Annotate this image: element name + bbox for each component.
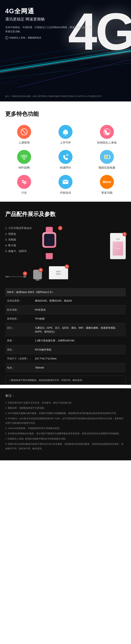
waterproof-value: IPX8 防水 [33, 305, 126, 314]
feature-label-2: 上学守护 [60, 141, 71, 145]
note-item-2: 2. 重量说明：地图数据来源于百度地图。 [5, 406, 126, 410]
notes-list: 1. 页面所展示的产品图片仅为示意，仅供参考，请以产品实物为准。 2. 重量说明… [5, 400, 126, 451]
more-label: More [103, 180, 111, 184]
carrier-value: 移动2G/4G、联通3G/4G、电信4G [33, 296, 126, 305]
note-item-3: 3. 200万像素为摄像头硬件像素，非最终书画图片或视频像素，根据通话时采用的像… [5, 411, 126, 416]
os-value: RTOS操作系统 [33, 345, 126, 354]
features-section: 更多特色功能 上课禁用 上学守护 [0, 102, 131, 202]
accessories-images: 📱 1 Q2A [37, 225, 126, 264]
location-label: 定位： [5, 323, 33, 336]
os-label: 系统： [5, 345, 33, 354]
charger-image: 4 [33, 270, 42, 279]
feature-item-4: WiFi连网 [5, 150, 43, 170]
features-grid: 上课禁用 上学守护 拒绝陌生人来电 [5, 125, 126, 195]
screen-label: 屏幕： [5, 336, 33, 345]
svg-line-9 [0, 58, 114, 84]
feature-label-9: 更多功能 [101, 191, 113, 195]
sim-row: SIM卡：标准Nano SIM卡（同iPhone小卡） [5, 288, 126, 296]
feature-item-7: 计步 [5, 175, 43, 195]
waterproof-label: 防水等级： [5, 305, 33, 314]
specs-section: 产品配件展示及参数 1. 小天才电话手表Q2A 2. 包装盒 3. 充电线 4.… [0, 202, 131, 385]
accessory-3: 3. 充电线 [5, 237, 32, 242]
feature-icon-4 [17, 150, 31, 164]
battery-label: 电池： [5, 363, 33, 372]
screen-row: 屏幕： 1.3英寸彩色显示屏，分辨率240*240 [5, 336, 126, 345]
feature-label-5: 快速呼叫 [60, 166, 71, 170]
strap-label: 表带材质： [5, 314, 33, 323]
feature-label-8: 代收短信 [60, 191, 71, 195]
badge-2: 2 [123, 232, 127, 236]
feature-label-4: WiFi连网 [18, 166, 30, 170]
svg-rect-20 [105, 156, 107, 158]
strap-row: 表带材质： TPU软胶 [5, 314, 126, 323]
feature-item-3: 拒绝陌生人来电 [88, 125, 126, 145]
svg-line-4 [0, 63, 131, 79]
svg-rect-21 [107, 156, 108, 158]
specs-title: 产品配件展示及参数 [5, 210, 126, 218]
specs-note-box: （*数据来源于我司测测数据，实际情况因测试不同、环境不同，略有差异） [5, 376, 126, 385]
feature-label-1: 上课禁用 [18, 141, 30, 145]
svg-line-8 [17, 60, 131, 88]
feature-icon-8 [58, 175, 72, 189]
feature-item-2: 上学守护 [47, 125, 85, 145]
size-row: 手表尺寸（含表带）： 237.7*41.7*14.5mm [5, 354, 126, 363]
note-item-1: 1. 页面所展示的产品图片仅为示意，仅供参考，请以产品实物为准。 [5, 400, 126, 405]
svg-line-11 [22, 130, 26, 134]
banner-description: 支持中国移动、中国联通、中国电信三大运营商的4G网络，网速更快更流畅，手掌通话更… [5, 25, 93, 34]
badge-4: 4 [39, 268, 43, 272]
reject-icon: ✓ [5, 36, 8, 39]
waterproof-row: 防水等级： IPX8 防水 [5, 305, 126, 314]
badge-5: 5 [65, 264, 69, 269]
carrier-label: 支持运营商： [5, 296, 33, 305]
watch-image: 📱 1 [37, 227, 61, 259]
box-image: Q2A 小天才 2 [110, 233, 126, 259]
svg-rect-19 [110, 156, 110, 158]
accessory-1: 1. 小天才电话手表Q2A [5, 225, 32, 231]
feature-icon-3 [100, 125, 114, 139]
note-item-5: 5. 760mAh内置容量，可能因使用环境不同而略有差异。 [5, 426, 126, 430]
banner-footnote: 备注：中国电信仅支持4G网络，电信卡需开通VoLTE服务并确认手表绑定手机端小天… [5, 95, 102, 98]
features-title: 更多特色功能 [5, 110, 126, 118]
banner-reject-label: ✓ 拒接陌生人来电：屏蔽骚扰电话 [5, 36, 126, 39]
feature-item-5: 快速呼叫 [47, 150, 85, 170]
location-value: 九重定位（GPS、北斗、QZSS、基站、WiFi、摄像头辅助、加速度传感器、AG… [33, 323, 126, 336]
feature-item-6: 预留应急电量 [88, 150, 126, 170]
cable-image: 3 [5, 274, 26, 279]
feature-icon-1 [17, 125, 31, 139]
feature-label-3: 拒绝陌生人来电 [97, 141, 117, 145]
feature-item-1: 上课禁用 [5, 125, 43, 145]
badge-3: 3 [23, 272, 27, 276]
feature-icon-5 [58, 150, 72, 164]
strap-value: TPU软胶 [33, 314, 126, 323]
battery-value: 760mAh [33, 363, 126, 372]
note-item-8: 8. 页面中给出的测试数据均来源于我司自己设计技术参数、实际量及内应的测试数据、… [5, 442, 126, 451]
accessories-list: 1. 小天才电话手表Q2A 2. 包装盒 3. 充电线 4. 取卡器 5. 保修… [5, 225, 32, 254]
carrier-row: 支持运营商： 移动2G/4G、联通3G/4G、电信4G [5, 296, 126, 305]
note-item-7: 7. 拒接陌生人来电: 使用此功能要开通SIM卡的来电显示功能。 [5, 436, 126, 441]
svg-point-16 [23, 159, 25, 160]
feature-label-6: 预留应急电量 [99, 166, 115, 170]
feature-item-8: 代收短信 [47, 175, 85, 195]
note-item-4: 4. IPX8防水：Q2A防水支持追达到国家标准GB/T 4208，但不适用泳滑… [5, 416, 126, 425]
feature-icon-2 [58, 125, 72, 139]
sim-full-row: SIM卡：标准Nano SIM卡（同iPhone小卡） [5, 288, 126, 296]
banner-title: 4G全网通 [5, 7, 126, 16]
feature-icon-9: More [100, 175, 114, 189]
size-label: 手表尺寸（含表带）： [5, 354, 33, 363]
notes-title: 备注： [5, 394, 126, 398]
banner-subtitle: 通讯更稳定 网速更顺畅 [5, 16, 126, 22]
manual-image: 保修卡说明书 5 [49, 266, 68, 279]
feature-label-7: 计步 [21, 191, 27, 195]
accessory-2: 2. 包装盒 [5, 231, 32, 237]
badge-1: 1 [58, 226, 62, 230]
accessory-5: 5. 保修卡、说明书 [5, 248, 32, 254]
battery-row: 电池： 760mAh [5, 363, 126, 372]
feature-item-9: More 更多功能 [88, 175, 126, 195]
size-value: 237.7*41.7*14.5mm [33, 354, 126, 363]
notes-section: 备注： 1. 页面所展示的产品图片仅为示意，仅供参考，请以产品实物为准。 2. … [0, 388, 131, 460]
accessory-4: 4. 取卡器 [5, 242, 32, 248]
specs-table: SIM卡：标准Nano SIM卡（同iPhone小卡） 支持运营商： 移动2G/… [5, 288, 126, 372]
feature-icon-6 [100, 150, 114, 164]
location-row: 定位： 九重定位（GPS、北斗、QZSS、基站、WiFi、摄像头辅助、加速度传感… [5, 323, 126, 336]
os-row: 系统： RTOS操作系统 [5, 345, 126, 354]
